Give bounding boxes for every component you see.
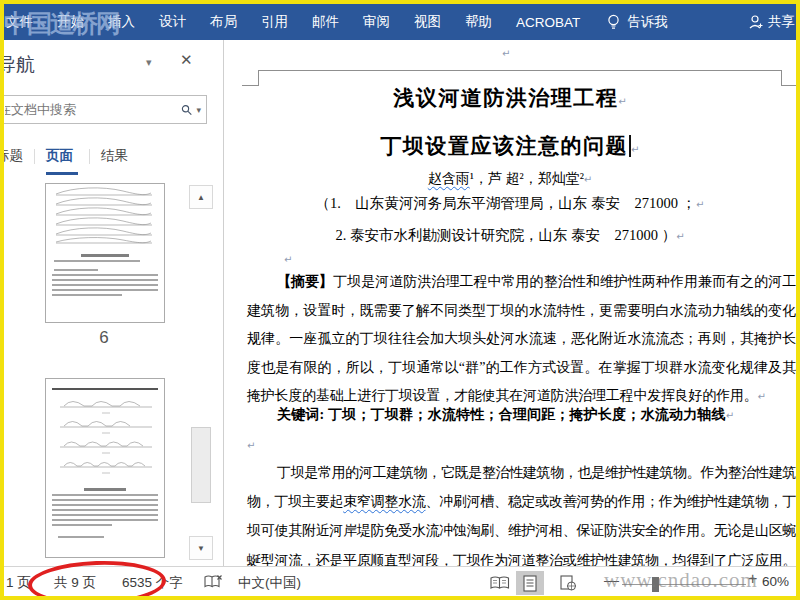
proofing-error-icon[interactable] [204,574,223,593]
page-position-indicator[interactable]: 1 页 [6,574,31,592]
thumbnail-text-line [52,279,158,281]
paragraph-mark: ↵ [247,440,255,451]
paragraph-mark: ↵ [726,410,734,421]
navigation-tabs: 标题 页面 结果 [4,143,139,175]
read-mode-button[interactable] [486,571,514,595]
zoom-out-button[interactable]: — [604,571,619,588]
thumbnail-text-line [52,499,158,501]
tab-pages[interactable]: 页面 [35,143,89,175]
thumbnail-text-line [52,524,112,526]
page-thumbnail-7[interactable] [45,378,165,558]
thumbnail-caption-bar [81,254,129,257]
thumbnail-text-line [52,494,158,496]
share-button[interactable]: 共享 [748,4,795,40]
thumbnail-text-line [52,514,158,516]
status-bar: 1 页 共 9 页 6535 个字 中文(中国) [4,566,796,597]
person-icon [748,14,764,30]
thumbnail-text-line [54,269,98,271]
share-label: 共享 [768,13,795,31]
search-input[interactable] [4,102,181,117]
paragraph-mark: ↵ [696,199,704,210]
ribbon-tab-view[interactable]: 视图 [402,13,453,31]
keywords-line: 关键词: 丁坝；丁坝群；水流特性；合理间距；掩护长度；水流动力轴线↵ [247,406,796,424]
search-options-chevron-icon[interactable]: ▾ [192,105,206,115]
abstract-paragraph: 【摘要】丁坝是河道防洪治理工程中常用的整治性和维护性两种作用兼而有之的河工建筑物… [247,268,796,412]
zoom-level-indicator[interactable]: 60% [762,574,800,589]
document-page[interactable]: ↵ 浅议河道防洪治理工程↵ 丁坝设置应该注意的问题↵ 赵含雨¹，芦 超²，郑灿堂… [224,40,796,566]
ribbon-tab-bar: 文件 开始 插入 设计 布局 引用 邮件 审阅 视图 帮助 ACROBAT 告诉… [4,4,796,40]
paragraph-mark: ↵ [284,254,292,265]
thumbnail-text-line [52,294,122,296]
ribbon-tab-home[interactable]: 开始 [45,13,96,31]
language-indicator[interactable]: 中文(中国) [238,574,301,592]
authors-line: 赵含雨¹，芦 超²，郑灿堂²↵ [224,170,796,188]
ribbon-tab-review[interactable]: 审阅 [351,13,402,31]
navigation-pane: 导航 ▾ ✕ ▾ 标题 页面 结果 [4,40,224,566]
tab-pages-label: 页面 [46,148,73,163]
scrollbar-thumb[interactable] [191,427,211,503]
paragraph-mark: ↵ [618,96,626,107]
search-icon[interactable] [181,103,192,117]
thumbnail-text-line [52,509,158,511]
thumbnail-text-line [58,536,104,538]
thumbnail-text-line [52,504,158,506]
affiliation-line2: 2. 泰安市水利勘测设计研究院，山东 泰安 271000 ）↵ [224,226,796,245]
lightbulb-icon [606,14,621,31]
thumbnail-flow-diagrams [48,186,162,246]
pane-close-icon[interactable]: ✕ [180,51,193,69]
ribbon-tab-mailings[interactable]: 邮件 [300,13,351,31]
paragraph-mark: ↵ [758,391,766,402]
print-layout-button[interactable] [516,571,544,595]
body-paragraph: 丁坝是常用的河工建筑物，它既是整治性建筑物，也是维护性建筑物。作为整治性建筑物，… [247,458,796,566]
thumbnail-page-number: 6 [45,328,163,348]
zoom-slider-track[interactable] [622,584,746,585]
page-thumbnail-6[interactable] [45,183,165,323]
ribbon-tab-file[interactable]: 文件 [4,13,45,31]
paragraph-mark: ↵ [676,231,684,242]
zoom-slider-thumb[interactable] [652,577,659,592]
tab-headings[interactable]: 标题 [4,143,34,165]
thumbnail-text-line [52,519,158,521]
abstract-label: 【摘要】 [277,274,333,289]
margin-crop-mark [258,70,782,71]
paragraph-mark: ↵ [584,174,592,185]
word-window: 文件 开始 插入 设计 布局 引用 邮件 审阅 视图 帮助 ACROBAT 告诉… [0,0,800,600]
scrollbar-down-button[interactable]: ▼ [189,536,213,560]
thumbnail-text-line [52,284,158,286]
scrollbar-up-button[interactable]: ▲ [189,185,213,209]
document-title-line1: 浅议河道防洪治理工程↵ [224,84,796,112]
paragraph-mark: ↵ [502,48,510,59]
paragraph-mark: ↵ [631,144,639,155]
thumbnail-rule [52,388,158,390]
pane-options-chevron-icon[interactable]: ▾ [146,56,152,69]
ribbon-tab-design[interactable]: 设计 [147,13,198,31]
ribbon-tab-help[interactable]: 帮助 [453,13,504,31]
active-tab-underline [46,172,78,175]
thumbnail-text-line [54,260,140,262]
thumbnail-dike-diagrams [50,394,160,480]
total-pages-indicator[interactable]: 共 9 页 [54,574,96,592]
zoom-in-button[interactable]: + [748,570,757,588]
web-layout-button[interactable] [554,571,582,595]
document-title-line2: 丁坝设置应该注意的问题↵ [224,132,796,160]
document-search-box: ▾ [4,95,207,124]
ribbon-tab-references[interactable]: 引用 [249,13,300,31]
thumbnail-caption-bar [84,488,126,491]
word-count-indicator[interactable]: 6535 个字 [122,574,183,592]
ribbon-tab-layout[interactable]: 布局 [198,13,249,31]
ribbon-tab-acrobat[interactable]: ACROBAT [504,15,592,30]
tab-results[interactable]: 结果 [90,143,139,165]
tell-me-box[interactable]: 告诉我 [621,13,674,31]
thumbnail-text-line [52,274,158,276]
navigation-pane-title: 导航 [4,52,35,78]
thumbnail-text-line [52,289,158,291]
affiliation-line1: （1. 山东黄河河务局东平湖管理局，山东 泰安 271000 ；↵ [224,194,796,213]
ribbon-tab-insert[interactable]: 插入 [96,13,147,31]
